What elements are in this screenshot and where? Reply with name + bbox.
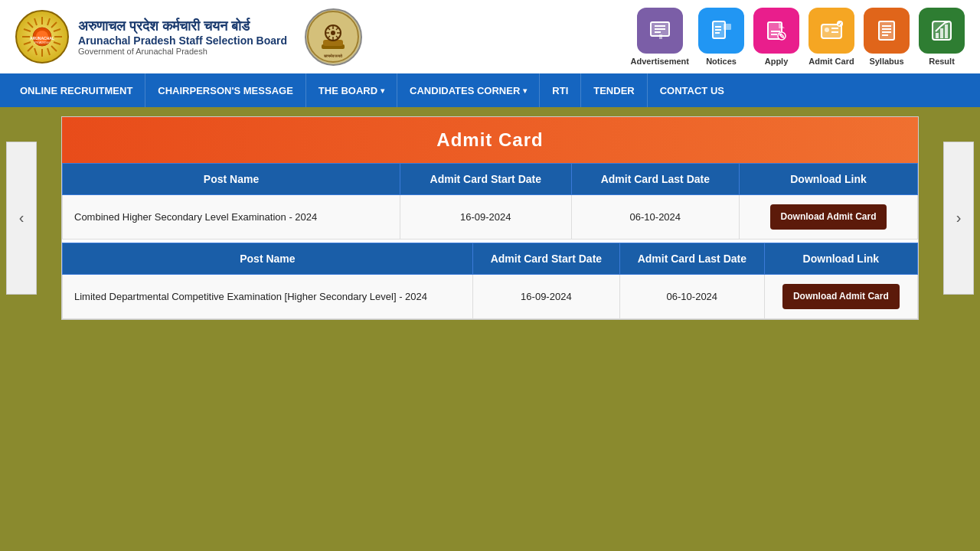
download-admit-card-btn-1[interactable]: Download Admit Card [770,204,887,230]
col2-start-date: Admit Card Start Date [472,243,619,274]
scroll-right-arrow[interactable]: › [943,142,974,295]
col-post-name: Post Name [63,164,400,195]
nav-rti[interactable]: RTI [540,73,581,107]
admitcard-link[interactable]: ✓ Admit Card [808,8,854,66]
advertisement-icon [637,8,683,54]
notices-link[interactable]: Notices [698,8,744,66]
start-date-cell: 16-09-2024 [400,195,571,240]
quick-links-bar: Advertisement Notices ✎ Apply ✓ Admit Ca… [631,8,965,66]
table1-header-row: Post Name Admit Card Start Date Admit Ca… [63,164,918,195]
svg-text:PRADESH: PRADESH [34,41,49,44]
col2-last-date: Admit Card Last Date [619,243,764,274]
apply-link[interactable]: ✎ Apply [753,8,799,66]
notices-label: Notices [706,57,737,66]
nav-online-recruitment[interactable]: ONLINE RECRUITMENT [8,73,145,107]
svg-line-6 [28,22,33,28]
syllabus-label: Syllabus [869,57,903,66]
emblem-circle: सत्यमेव जयते [305,8,362,66]
svg-line-16 [54,29,60,31]
org-text-block: अरुणाचल प्रदेश कर्मचारी चयन बोर्ड Arunac… [78,18,287,56]
admit-card-table-1: Post Name Admit Card Start Date Admit Ca… [62,163,918,240]
admitcard-label: Admit Card [808,57,854,66]
org-sub-name: Government of Arunachal Pradesh [78,47,287,56]
apply-label: Apply [765,57,789,66]
download-link-cell: Download Admit Card [740,195,918,240]
download-link-cell-2: Download Admit Card [764,274,917,318]
logo-svg: ARUNACHAL PRADESH [19,14,65,60]
nav-contact-us[interactable]: CONTACT US [648,73,737,107]
main-content-bg: ‹ › Admit Card Post Name Admit Card Star… [0,107,980,329]
last-date-cell: 06-10-2024 [571,195,740,240]
svg-line-14 [47,18,50,25]
svg-point-50 [825,28,829,32]
org-hindi-name: अरुणाचल प्रदेश कर्मचारी चयन बोर्ड [78,18,287,34]
svg-text:✎: ✎ [779,32,785,41]
svg-rect-62 [940,28,943,38]
emblem-svg: सत्यमेव जयते [306,10,360,64]
svg-rect-40 [724,24,731,30]
admit-card-table-2: Post Name Admit Card Start Date Admit Ca… [62,243,918,319]
second-table-wrapper: Post Name Admit Card Start Date Admit Ca… [62,243,918,319]
col2-download-link: Download Link [764,243,917,274]
apply-icon: ✎ [753,8,799,54]
col-last-date: Admit Card Last Date [571,164,740,195]
post-name-cell: Combined Higher Secondary Level Examinat… [63,195,400,240]
nav-the-board[interactable]: THE BOARD ▾ [306,73,397,107]
svg-line-10 [34,18,37,25]
post-name-cell-2: Limited Departmental Competitive Examina… [63,274,473,318]
svg-rect-63 [945,24,948,38]
main-navbar: ONLINE RECRUITMENT CHAIRPERSON'S MESSAGE… [0,73,980,107]
svg-rect-38 [659,34,662,39]
nav-chairpersons-message[interactable]: CHAIRPERSON'S MESSAGE [145,73,305,107]
download-admit-card-btn-2[interactable]: Download Admit Card [782,284,900,309]
table-row: Combined Higher Secondary Level Examinat… [63,195,918,240]
svg-line-17 [24,42,31,44]
admit-card-panel: Admit Card Post Name Admit Card Start Da… [61,116,919,320]
svg-line-12 [24,29,31,31]
last-date-cell-2: 06-10-2024 [619,274,764,318]
table-row: Limited Departmental Competitive Examina… [63,274,918,318]
svg-line-7 [51,46,57,51]
the-board-arrow: ▾ [381,86,384,95]
nav-tender[interactable]: TENDER [581,73,647,107]
col2-post-name: Post Name [63,243,473,274]
scroll-left-arrow[interactable]: ‹ [6,142,37,295]
logo-area: ARUNACHAL PRADESH अरुणाचल प्रदेश कर्मचार… [15,10,287,64]
syllabus-link[interactable]: Syllabus [864,8,910,66]
svg-rect-61 [936,33,939,38]
result-icon [919,8,965,54]
svg-text:✓: ✓ [838,21,842,27]
svg-line-9 [28,46,33,51]
nav-candidates-corner[interactable]: CANDIDATES CORNER ▾ [397,73,540,107]
result-link[interactable]: Result [919,8,965,66]
svg-line-15 [34,48,37,55]
svg-point-24 [331,31,335,35]
admitcard-icon: ✓ [808,8,854,54]
org-english-name: Arunachal Pradesh Staff Selection Board [78,34,287,47]
col-start-date: Admit Card Start Date [400,164,571,195]
organization-logo: ARUNACHAL PRADESH [15,10,69,64]
syllabus-icon [864,8,910,54]
svg-rect-55 [879,21,894,40]
candidates-corner-arrow: ▾ [523,86,527,95]
notices-icon [698,8,744,54]
svg-line-13 [54,42,60,44]
national-emblem: सत्यमेव जयते [302,8,364,66]
col-download-link: Download Link [740,164,918,195]
table2-header-row: Post Name Admit Card Start Date Admit Ca… [63,243,918,274]
site-header: ARUNACHAL PRADESH अरुणाचल प्रदेश कर्मचार… [0,0,980,73]
start-date-cell-2: 16-09-2024 [472,274,619,318]
advertisement-link[interactable]: Advertisement [631,8,689,66]
svg-line-11 [47,48,50,55]
admit-card-title: Admit Card [62,117,918,163]
svg-text:सत्यमेव जयते: सत्यमेव जयते [323,54,343,58]
advertisement-label: Advertisement [631,57,689,66]
result-label: Result [929,57,955,66]
svg-line-8 [51,22,57,28]
